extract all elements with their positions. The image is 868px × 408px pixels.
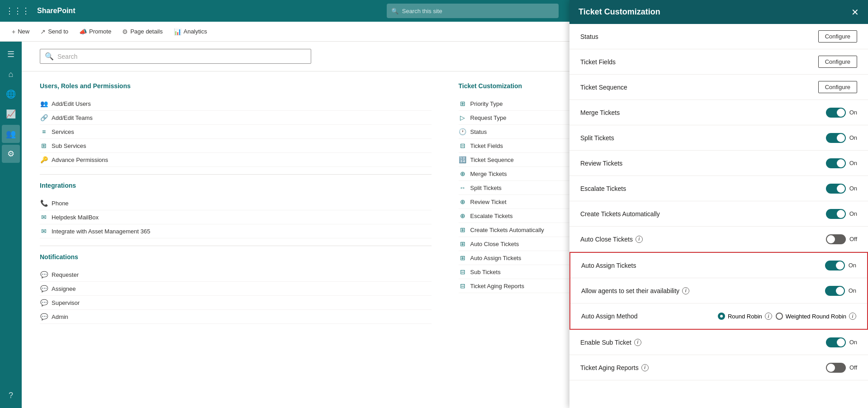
list-item[interactable]: 💬Assignee [40, 282, 432, 296]
status-action: Configure [818, 42, 857, 43]
panel-row-review-tickets: Review Tickets On [569, 151, 868, 176]
services-icon: ≡ [40, 128, 48, 135]
list-item[interactable]: ✉Integrate with Asset Management 365 [40, 224, 432, 238]
sidebar-icon-help[interactable]: ? [2, 386, 20, 404]
sidebar-icon-home[interactable]: ⌂ [2, 65, 20, 83]
app-title: SharePoint [37, 7, 75, 15]
merge-tickets-toggle-label: On [849, 109, 857, 116]
ticket-sequence-label: Ticket Sequence [580, 84, 627, 91]
weighted-round-robin-option[interactable]: Weighted Round Robin i [776, 313, 856, 320]
auto-close-tickets-toggle[interactable] [826, 234, 846, 244]
panel-row-enable-sub-ticket: Enable Sub Ticket i On [569, 330, 868, 355]
escalate-tickets-toggle[interactable] [826, 184, 846, 194]
allow-agents-info-icon[interactable]: i [682, 287, 689, 294]
auto-close-tickets-action: Off [826, 234, 857, 244]
search-icon: 🔍 [391, 8, 398, 14]
split-tickets-toggle[interactable] [826, 133, 846, 143]
subservices-icon: ⊞ [40, 142, 48, 149]
list-item[interactable]: ⊞Sub Services [40, 139, 432, 153]
ticket-aging-info-icon[interactable]: i [641, 364, 649, 371]
sidebar-icon-globe[interactable]: 🌐 [2, 85, 20, 103]
ticket-fields-configure-button[interactable]: Configure [818, 56, 857, 68]
fields-icon: ⊟ [459, 142, 467, 149]
review-tickets-label: Review Tickets [580, 160, 622, 167]
weighted-round-robin-label: Weighted Round Robin [786, 313, 846, 320]
panel-row-auto-assign-tickets: Auto Assign Tickets On [570, 253, 867, 278]
round-robin-radio[interactable] [718, 313, 725, 320]
ticket-sequence-configure-button[interactable]: Configure [818, 81, 857, 93]
weighted-round-robin-info-icon[interactable]: i [849, 313, 856, 320]
promote-label: Promote [89, 28, 111, 35]
round-robin-info-icon[interactable]: i [765, 313, 772, 320]
status-icon: 🕐 [459, 128, 467, 135]
list-item[interactable]: 💬Requester [40, 268, 432, 282]
allow-agents-toggle[interactable] [825, 286, 845, 296]
list-item[interactable]: 💬Supervisor [40, 296, 432, 310]
top-search-input[interactable] [402, 8, 554, 14]
auto-assign-tickets-toggle-label: On [849, 262, 856, 269]
list-item[interactable]: 🔑Advance Permissions [40, 153, 432, 167]
list-item[interactable]: 🔗Add/Edit Teams [40, 111, 432, 125]
status-configure-button[interactable]: Configure [818, 42, 857, 43]
top-search-bar[interactable]: 🔍 [387, 4, 559, 18]
promote-button[interactable]: 📣 Promote [75, 26, 116, 37]
escalate-tickets-toggle-label: On [849, 185, 857, 192]
sidebar-icon-chart[interactable]: 📈 [2, 105, 20, 123]
sidebar-icon-settings[interactable]: ⚙ [2, 145, 20, 163]
auto-close-info-icon[interactable]: i [636, 236, 643, 243]
supervisor-icon: 💬 [40, 299, 48, 306]
auto-assign-tickets-toggle[interactable] [825, 261, 845, 270]
create-tickets-auto-toggle[interactable] [826, 209, 846, 219]
list-item[interactable]: 📞Phone [40, 196, 432, 210]
allow-agents-toggle-label: On [849, 287, 856, 294]
panel-row-auto-close-tickets: Auto Close Tickets i Off [569, 227, 868, 252]
content-search-input[interactable] [57, 53, 306, 60]
panel-row-ticket-fields: Ticket Fields Configure [569, 49, 868, 75]
pagedetails-label: Page details [130, 28, 163, 35]
teams-icon: 🔗 [40, 114, 48, 121]
request-icon: ▷ [459, 114, 467, 121]
sendto-button[interactable]: ↗ Send to [36, 26, 73, 37]
enable-sub-ticket-toggle-label: On [849, 339, 857, 346]
analytics-button[interactable]: 📊 Analytics [169, 26, 212, 37]
content-search-wrap[interactable]: 🔍 [40, 49, 311, 64]
panel-row-escalate-tickets: Escalate Tickets On [569, 176, 868, 201]
create-tickets-auto-action: On [826, 209, 857, 219]
pagedetails-button[interactable]: ⚙ Page details [118, 26, 167, 37]
auto-assign-tickets-label: Auto Assign Tickets [581, 262, 636, 269]
ticket-aging-reports-toggle[interactable] [826, 363, 846, 373]
sequence-icon: 🔢 [459, 156, 467, 163]
auto-assign-icon: ⊞ [459, 254, 467, 261]
sendto-icon: ↗ [40, 28, 46, 35]
users-icon: 👥 [40, 100, 48, 107]
review-tickets-toggle[interactable] [826, 158, 846, 168]
users-roles-title: Users, Roles and Permissions [40, 82, 432, 90]
list-item[interactable]: ✉Helpdesk MailBox [40, 210, 432, 224]
list-item[interactable]: 💬Admin [40, 310, 432, 324]
merge-tickets-toggle[interactable] [826, 108, 846, 118]
weighted-round-robin-radio[interactable] [776, 313, 783, 320]
panel-row-split-tickets: Split Tickets On [569, 125, 868, 151]
requester-icon: 💬 [40, 271, 48, 278]
allow-agents-label: Allow agents to set their availability i [581, 287, 689, 294]
sidebar-icon-menu[interactable]: ☰ [2, 45, 20, 63]
promote-icon: 📣 [79, 28, 87, 35]
highlighted-group: Auto Assign Tickets On Allow agents to s… [569, 252, 868, 330]
list-item[interactable]: 👥Add/Edit Users [40, 97, 432, 111]
assignee-icon: 💬 [40, 285, 48, 292]
round-robin-option[interactable]: Round Robin i [718, 313, 772, 320]
analytics-label: Analytics [184, 28, 207, 35]
split-tickets-label: Split Tickets [580, 134, 614, 142]
list-item[interactable]: ≡Services [40, 125, 432, 139]
allow-agents-action: On [825, 286, 856, 296]
enable-sub-ticket-toggle[interactable] [826, 337, 846, 347]
enable-sub-ticket-label: Enable Sub Ticket i [580, 339, 641, 346]
sidebar-icon-team[interactable]: 👥 [2, 125, 20, 143]
waffle-icon[interactable]: ⋮⋮⋮ [5, 6, 30, 16]
new-button[interactable]: + New [7, 26, 34, 37]
enable-sub-ticket-info-icon[interactable]: i [634, 339, 641, 346]
sub-tickets-icon: ⊟ [459, 268, 467, 275]
review-icon: ⊕ [459, 198, 467, 205]
panel-row-status: Status Configure [569, 42, 868, 49]
escalate-tickets-label: Escalate Tickets [580, 185, 626, 192]
